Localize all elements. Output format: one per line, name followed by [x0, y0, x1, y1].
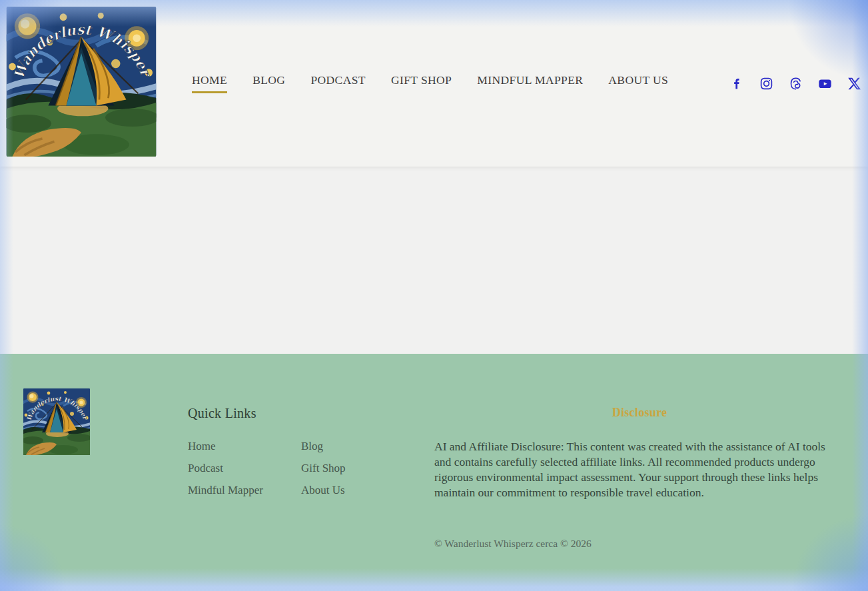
- disclosure-heading: Disclosure: [434, 406, 845, 420]
- nav-item-home[interactable]: HOME: [192, 73, 227, 93]
- site-logo-image: [6, 7, 157, 157]
- site-header: HOME BLOG PODCAST GIFT SHOP MINDFUL MAPP…: [0, 0, 868, 167]
- footer-link-gift-shop[interactable]: Gift Shop: [301, 457, 346, 479]
- nav-item-about-us[interactable]: ABOUT US: [608, 73, 668, 93]
- page: HOME BLOG PODCAST GIFT SHOP MINDFUL MAPP…: [0, 0, 868, 591]
- nav-item-blog[interactable]: BLOG: [252, 73, 285, 93]
- quick-links-heading: Quick Links: [188, 406, 256, 421]
- footer-link-home[interactable]: Home: [188, 435, 263, 457]
- x-twitter-icon[interactable]: [847, 77, 861, 91]
- youtube-icon[interactable]: [818, 77, 832, 91]
- footer-link-mindful-mapper[interactable]: Mindful Mapper: [188, 479, 263, 501]
- footer-logo[interactable]: [23, 388, 90, 455]
- nav-item-gift-shop[interactable]: GIFT SHOP: [391, 73, 452, 93]
- main-nav: HOME BLOG PODCAST GIFT SHOP MINDFUL MAPP…: [192, 0, 668, 167]
- nav-item-mindful-mapper[interactable]: MINDFUL MAPPER: [477, 73, 583, 93]
- copyright-text: © Wanderlust Whisperz cerca © 2026: [434, 538, 592, 550]
- quick-links-column-2: Blog Gift Shop About Us: [301, 435, 346, 501]
- instagram-icon[interactable]: [759, 77, 773, 91]
- footer-link-podcast[interactable]: Podcast: [188, 457, 263, 479]
- site-footer: Quick Links Home Podcast Mindful Mapper …: [0, 354, 868, 591]
- footer-logo-image: [23, 388, 90, 455]
- site-logo[interactable]: [6, 7, 157, 157]
- quick-links-column-1: Home Podcast Mindful Mapper: [188, 435, 263, 501]
- footer-link-blog[interactable]: Blog: [301, 435, 346, 457]
- facebook-icon[interactable]: [730, 77, 744, 91]
- nav-item-podcast[interactable]: PODCAST: [310, 73, 366, 93]
- threads-icon[interactable]: [789, 77, 803, 91]
- footer-link-about-us[interactable]: About Us: [301, 479, 346, 501]
- social-links: [730, 0, 861, 167]
- disclosure-text: AI and Affiliate Disclosure: This conten…: [434, 439, 841, 500]
- main-content: [0, 167, 868, 354]
